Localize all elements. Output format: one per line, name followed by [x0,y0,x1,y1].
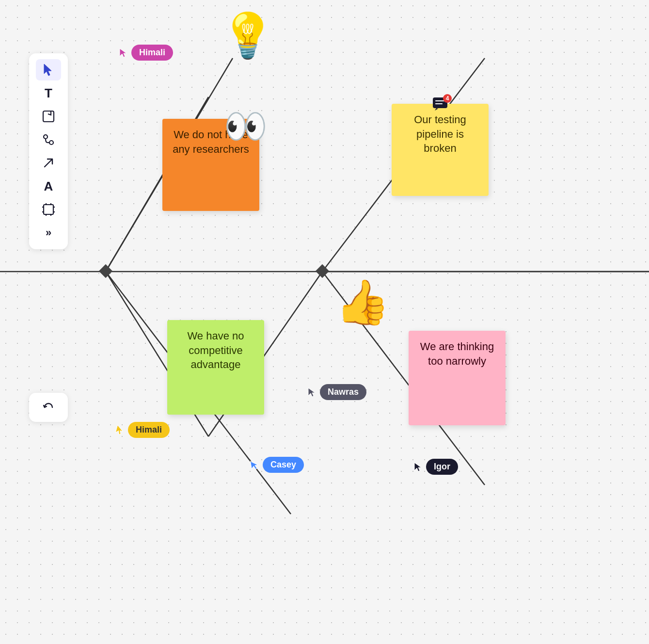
cursor-casey: Casey [250,457,304,473]
svg-point-12 [44,135,47,139]
arrow-tool[interactable] [36,152,61,174]
sticky-tool[interactable] [36,106,61,127]
text-tool-icon: T [45,86,52,101]
font-tool-icon: A [44,179,53,194]
more-tool-icon: » [46,226,51,239]
cursor-himali-top: Himali [119,45,173,61]
thumbsup-sticker: 👍 [335,280,390,324]
cursor-tag-himali-bottom: Himali [128,422,170,438]
undo-section [29,393,68,422]
eyes-sticker: 👀 [224,109,268,144]
comment-badge[interactable]: 4 [432,97,448,114]
sticky-text: We have no competitive advantage [187,330,244,370]
cursor-tag-igor: Igor [426,459,458,475]
cursor-himali-bottom: Himali [115,422,170,438]
cursor-tag-casey: Casey [263,457,304,473]
cursor-nawras: Nawras [307,384,366,400]
connect-tool[interactable] [36,129,61,150]
cursor-tag-nawras: Nawras [320,384,366,400]
svg-point-13 [49,141,53,145]
font-tool[interactable]: A [36,176,61,197]
svg-rect-14 [44,205,53,214]
canvas[interactable]: T A [0,0,649,644]
text-tool[interactable]: T [36,82,61,104]
cursor-igor: Igor [413,459,458,475]
svg-rect-11 [43,111,54,122]
toolbar: T A [29,53,68,249]
node-right[interactable] [316,264,329,278]
frame-tool[interactable] [36,199,61,220]
sticky-competitive[interactable]: We have no competitive advantage [167,320,264,415]
more-tool[interactable]: » [36,222,61,243]
select-tool[interactable] [36,59,61,80]
sticky-text: We are thinking too narrowly [420,340,494,367]
diagram-lines [0,0,649,644]
lightbulb-sticker: 💡 [221,14,275,57]
undo-button[interactable] [36,397,61,418]
sticky-narrowly[interactable]: We are thinking too narrowly [409,331,506,425]
sticky-pipeline[interactable]: 4 Our testing pipeline is broken [392,104,489,196]
comment-count: 4 [443,94,452,103]
cursor-tag-himali-top: Himali [131,45,173,61]
sticky-text: Our testing pipeline is broken [414,113,466,154]
node-left[interactable] [99,264,112,278]
